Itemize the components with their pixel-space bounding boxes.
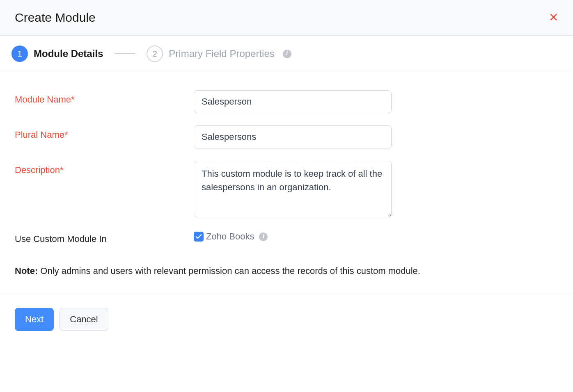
note-body: Only admins and users with relevant perm… [38, 266, 420, 276]
input-description[interactable]: This custom module is to keep track of a… [194, 161, 392, 217]
label-description: Description* [15, 161, 194, 175]
dialog-header: Create Module ✕ [0, 0, 573, 36]
page-title: Create Module [15, 11, 96, 25]
label-module-name: Module Name* [15, 90, 194, 105]
step-connector [115, 53, 135, 54]
row-plural-name: Plural Name* [15, 125, 558, 148]
info-icon[interactable]: i [283, 50, 291, 58]
row-description: Description* This custom module is to ke… [15, 161, 558, 217]
input-plural-name[interactable] [194, 125, 392, 148]
info-icon[interactable]: i [259, 232, 268, 241]
form-area: Module Name* Plural Name* Description* T… [0, 72, 573, 293]
label-plural-name: Plural Name* [15, 125, 194, 140]
next-button[interactable]: Next [15, 308, 54, 331]
step-primary-field-properties[interactable]: 2 Primary Field Properties i [147, 46, 291, 62]
wizard-stepper: 1 Module Details 2 Primary Field Propert… [0, 36, 573, 72]
step-number-2: 2 [147, 46, 163, 62]
checkbox-label-zoho-books: Zoho Books [206, 231, 254, 242]
label-use-custom-module-in: Use Custom Module In [15, 230, 194, 244]
checkbox-zoho-books[interactable] [194, 232, 204, 242]
input-module-name[interactable] [194, 90, 392, 113]
step-module-details[interactable]: 1 Module Details [11, 46, 103, 62]
checkbox-zoho-books-wrap: Zoho Books i [194, 230, 268, 242]
row-module-name: Module Name* [15, 90, 558, 113]
note-text: Note: Only admins and users with relevan… [15, 266, 558, 276]
step-label-2: Primary Field Properties [169, 48, 274, 59]
close-icon[interactable]: ✕ [549, 12, 558, 23]
row-use-custom-module-in: Use Custom Module In Zoho Books i [15, 230, 558, 244]
step-number-1: 1 [11, 46, 28, 62]
dialog-footer: Next Cancel [0, 293, 573, 346]
cancel-button[interactable]: Cancel [60, 308, 108, 331]
note-prefix: Note: [15, 266, 38, 276]
check-icon [195, 233, 202, 240]
step-label-1: Module Details [34, 48, 103, 59]
